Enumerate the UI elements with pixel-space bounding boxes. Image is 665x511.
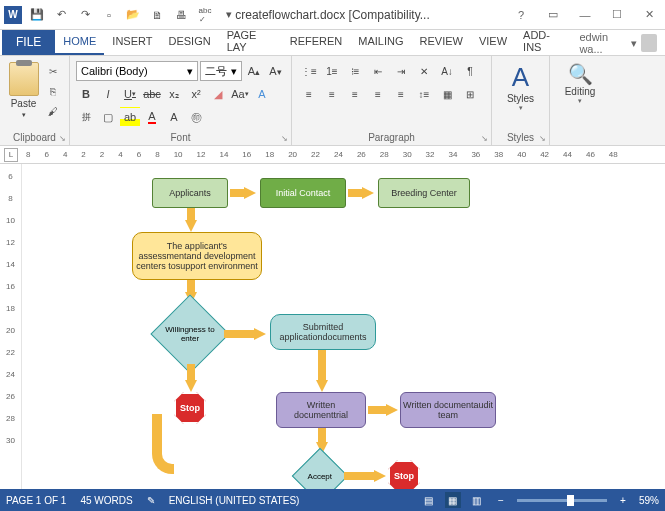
- shading-icon[interactable]: ▦: [436, 84, 458, 104]
- styles-icon[interactable]: A: [512, 62, 529, 93]
- phonetic-guide-icon[interactable]: 拼: [76, 107, 96, 127]
- bold-button[interactable]: B: [76, 84, 96, 104]
- tab-selector-icon[interactable]: L: [4, 148, 18, 162]
- horizontal-ruler[interactable]: 8642246810121416182022242628303234363840…: [26, 150, 618, 159]
- flow-breeding-center[interactable]: Breeding Center: [378, 178, 470, 208]
- minimize-icon[interactable]: —: [573, 5, 597, 25]
- print-layout-icon[interactable]: ▦: [445, 492, 461, 508]
- change-case-icon[interactable]: Aa▾: [230, 84, 250, 104]
- enclose-char-icon[interactable]: ㊞: [186, 107, 206, 127]
- redo-icon[interactable]: ↷: [74, 4, 96, 26]
- status-page[interactable]: PAGE 1 OF 1: [6, 495, 66, 506]
- flow-applicants[interactable]: Applicants: [152, 178, 228, 208]
- font-color-icon[interactable]: A: [142, 107, 162, 127]
- bullets-icon[interactable]: ⋮≡: [298, 61, 320, 81]
- line-spacing-icon[interactable]: ↕≡: [413, 84, 435, 104]
- font-name-combo[interactable]: Calibri (Body)▾: [76, 61, 198, 81]
- tab-page-layout[interactable]: PAGE LAY: [219, 29, 282, 55]
- paste-button[interactable]: Paste ▾: [6, 62, 41, 120]
- font-group-label: Font: [70, 132, 291, 143]
- close-icon[interactable]: ✕: [637, 5, 661, 25]
- user-account[interactable]: edwin wa...▾: [571, 31, 665, 55]
- text-effects-icon[interactable]: A: [252, 84, 272, 104]
- multilevel-list-icon[interactable]: ⁝≡: [344, 61, 366, 81]
- web-layout-icon[interactable]: ▥: [469, 492, 485, 508]
- cut-icon[interactable]: ✂: [43, 62, 63, 80]
- tab-review[interactable]: REVIEW: [412, 29, 471, 55]
- flow-willingness[interactable]: Willingness to enter: [150, 294, 229, 373]
- tab-addins[interactable]: ADD-INS: [515, 29, 571, 55]
- zoom-in-icon[interactable]: +: [615, 492, 631, 508]
- styles-launcher-icon[interactable]: ↘: [539, 134, 546, 143]
- undo-icon[interactable]: ↶: [50, 4, 72, 26]
- align-center-icon[interactable]: ≡: [321, 84, 343, 104]
- flow-stop-1[interactable]: Stop: [174, 392, 206, 424]
- zoom-level[interactable]: 59%: [639, 495, 659, 506]
- open-icon[interactable]: 📂: [122, 4, 144, 26]
- copy-icon[interactable]: ⎘: [43, 82, 63, 100]
- tab-references[interactable]: REFEREN: [282, 29, 351, 55]
- numbering-icon[interactable]: 1≡: [321, 61, 343, 81]
- print-preview-icon[interactable]: 🗎: [146, 4, 168, 26]
- subscript-button[interactable]: x₂: [164, 84, 184, 104]
- maximize-icon[interactable]: ☐: [605, 5, 629, 25]
- justify-icon[interactable]: ≡: [367, 84, 389, 104]
- zoom-slider[interactable]: [517, 499, 607, 502]
- tab-insert[interactable]: INSERT: [104, 29, 160, 55]
- clear-formatting-icon[interactable]: ◢: [208, 84, 228, 104]
- strikethrough-button[interactable]: abc: [142, 84, 162, 104]
- text-highlight-icon[interactable]: ab: [120, 107, 140, 127]
- word-app-icon: W: [4, 6, 22, 24]
- zoom-out-icon[interactable]: −: [493, 492, 509, 508]
- tab-design[interactable]: DESIGN: [160, 29, 218, 55]
- tab-home[interactable]: HOME: [55, 29, 104, 55]
- spelling-icon[interactable]: abc✓: [194, 4, 216, 26]
- flow-initial-contact[interactable]: Initial Contact: [260, 178, 346, 208]
- read-mode-icon[interactable]: ▤: [421, 492, 437, 508]
- flow-written-audit[interactable]: Written documentaudit team: [400, 392, 496, 428]
- distributed-icon[interactable]: ≡: [390, 84, 412, 104]
- font-launcher-icon[interactable]: ↘: [281, 134, 288, 143]
- flow-accept[interactable]: Accept: [292, 448, 349, 492]
- char-shading-icon[interactable]: A: [164, 107, 184, 127]
- status-language[interactable]: ENGLISH (UNITED STATES): [169, 495, 300, 506]
- tab-mailings[interactable]: MAILING: [350, 29, 411, 55]
- status-proofing-icon[interactable]: ✎: [147, 495, 155, 506]
- font-size-combo[interactable]: 二号▾: [200, 61, 243, 81]
- flow-submitted[interactable]: Submitted applicationdocuments: [270, 314, 376, 350]
- ribbon-display-icon[interactable]: ▭: [541, 5, 565, 25]
- paragraph-group-label: Paragraph: [292, 132, 491, 143]
- flow-assessment[interactable]: The applicant's assessmentand developmen…: [132, 232, 262, 280]
- decrease-indent-icon[interactable]: ⇤: [367, 61, 389, 81]
- sort-icon[interactable]: A↓: [436, 61, 458, 81]
- character-border-icon[interactable]: ▢: [98, 107, 118, 127]
- superscript-button[interactable]: x²: [186, 84, 206, 104]
- status-words[interactable]: 45 WORDS: [80, 495, 132, 506]
- new-icon[interactable]: ▫: [98, 4, 120, 26]
- quick-print-icon[interactable]: 🖶: [170, 4, 192, 26]
- vertical-ruler[interactable]: 681012141618202224262830: [0, 164, 22, 492]
- avatar-icon: [641, 34, 657, 52]
- shrink-font-icon[interactable]: A▾: [266, 61, 285, 81]
- align-left-icon[interactable]: ≡: [298, 84, 320, 104]
- increase-indent-icon[interactable]: ⇥: [390, 61, 412, 81]
- save-icon[interactable]: 💾: [26, 4, 48, 26]
- document-canvas[interactable]: Applicants Initial Contact Breeding Cent…: [22, 164, 665, 492]
- flow-written-trial[interactable]: Written documenttrial: [276, 392, 366, 428]
- find-icon[interactable]: 🔍: [568, 62, 593, 86]
- borders-icon[interactable]: ⊞: [459, 84, 481, 104]
- flow-stop-2[interactable]: Stop: [388, 460, 420, 492]
- flow-curved-arrow: [152, 414, 174, 474]
- grow-font-icon[interactable]: A▴: [244, 61, 263, 81]
- tab-file[interactable]: FILE: [2, 29, 55, 55]
- tab-view[interactable]: VIEW: [471, 29, 515, 55]
- underline-button[interactable]: U▾: [120, 84, 140, 104]
- format-painter-icon[interactable]: 🖌: [43, 102, 63, 120]
- italic-button[interactable]: I: [98, 84, 118, 104]
- show-hide-icon[interactable]: ¶: [459, 61, 481, 81]
- text-direction-icon[interactable]: ✕: [413, 61, 435, 81]
- help-icon[interactable]: ?: [509, 5, 533, 25]
- align-right-icon[interactable]: ≡: [344, 84, 366, 104]
- paragraph-launcher-icon[interactable]: ↘: [481, 134, 488, 143]
- clipboard-launcher-icon[interactable]: ↘: [59, 134, 66, 143]
